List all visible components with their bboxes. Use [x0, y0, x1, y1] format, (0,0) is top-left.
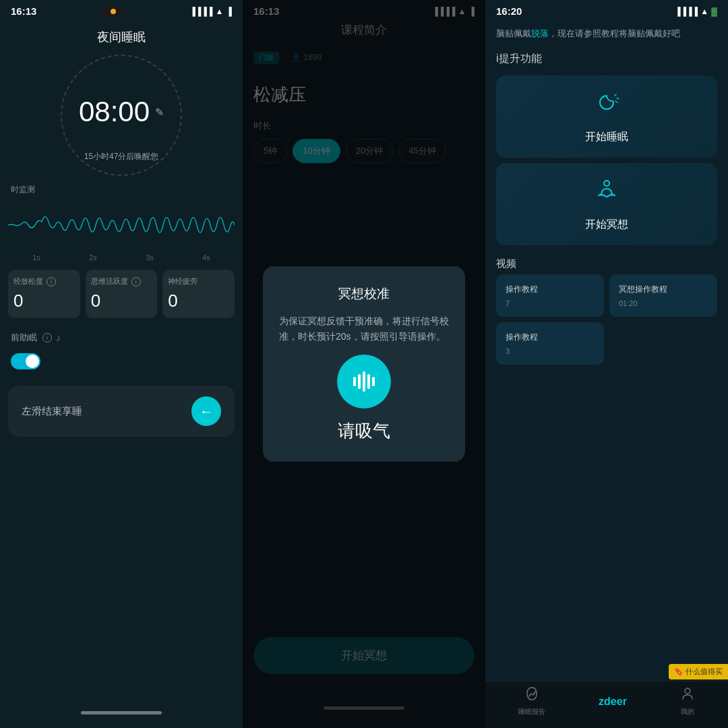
metric-brainwave: 思维活跃度 i 0 [86, 270, 158, 318]
nav-my-label: 我的 [681, 707, 694, 717]
status-icons-3: ▐▐▐▐ ▲ ▓ [675, 7, 717, 16]
svg-point-1 [685, 688, 690, 694]
mic-button[interactable] [337, 355, 391, 408]
battery-icon: ▐ [226, 7, 232, 16]
panel-meditation: 16:13 ▐▐▐▐ ▲ ▐ 课程简介 门级 👤 1899 松减压 时长 5钟 … [243, 0, 485, 728]
device-notice: 脑贴佩戴脱落，现在请参照教程将脑贴佩戴好吧 [485, 22, 728, 45]
dot-indicator [111, 9, 116, 14]
video-title-2: 冥想操作教程 [619, 284, 708, 295]
status-icons-1: ▐▐▐▐ ▲ ▐ [190, 7, 232, 16]
slide-to-end[interactable]: 左滑结束享睡 ← [8, 386, 235, 437]
edit-icon[interactable]: ✎ [155, 106, 164, 119]
status-bar-3: 16:20 ▐▐▐▐ ▲ ▓ [485, 0, 728, 22]
wave-bar-1 [353, 377, 356, 386]
metric-brainwave-value: 0 [91, 291, 152, 311]
metric-fatigue-value: 0 [168, 291, 229, 311]
slide-end-text: 左滑结束享睡 [22, 405, 82, 418]
calibration-modal: 冥想校准 为保证冥想反馈干预准确，将进行信号校准，时长预计20s，请按照引导语操… [263, 266, 465, 462]
video-section-label: 视频 [485, 251, 728, 274]
info-icon-3[interactable]: i [42, 333, 52, 342]
signal-icon: ▐▐▐▐ [190, 7, 213, 16]
video-title-3: 操作教程 [506, 332, 595, 343]
video-duration-2: 01:20 [619, 299, 708, 307]
waveform [8, 198, 235, 252]
home-indicator-1 [81, 711, 162, 715]
time-2s: 2s [89, 253, 97, 262]
metric-relaxation-value: 0 [13, 291, 75, 311]
sleep-feature-card[interactable]: 开始睡眠 [496, 75, 717, 158]
time-1s: 1s [32, 253, 40, 262]
svg-point-0 [604, 181, 609, 186]
alarm-time-text: 08:00 [79, 96, 150, 128]
moon-icon [593, 89, 620, 122]
status-bar-1: 16:13 ▐▐▐▐ ▲ ▐ [0, 0, 243, 22]
metric-relaxation: 经放松度 i 0 [8, 270, 80, 318]
alarm-time-display[interactable]: 08:00 ✎ [79, 96, 164, 128]
status-time-3: 16:20 [496, 5, 522, 17]
slide-back-button[interactable]: ← [191, 396, 221, 426]
alarm-subtitle: 15小时47分后唤醒您 [61, 151, 182, 162]
video-card-3[interactable]: 操作教程 3 [496, 322, 604, 365]
music-icon: ♪ [56, 332, 61, 343]
sleep-assist-toggle[interactable] [11, 353, 40, 369]
battery-icon-3: ▓ [711, 7, 717, 16]
metric-relaxation-label: 经放松度 i [13, 276, 75, 286]
monitor-label: 时监测 [0, 176, 243, 198]
nav-sleep-report[interactable]: 睡眠报告 [518, 686, 545, 717]
time-3s: 3s [146, 253, 154, 262]
notice-link[interactable]: 脱落 [531, 28, 549, 38]
meditation-feature-label: 开始冥想 [585, 218, 628, 232]
metric-fatigue-label: 神经疲劳 [168, 276, 229, 286]
video-duration-1: 7 [506, 299, 595, 307]
video-card-2[interactable]: 冥想操作教程 01:20 [609, 274, 717, 317]
modal-description: 为保证冥想反馈干预准确，将进行信号校准，时长预计20s，请按照引导语操作。 [279, 313, 449, 344]
video-card-1[interactable]: 操作教程 7 [496, 274, 604, 317]
back-arrow-icon: ← [200, 404, 213, 419]
info-icon-2[interactable]: i [131, 277, 141, 286]
sleep-screen-title: 夜间睡眠 [0, 22, 243, 49]
metric-fatigue: 神经疲劳 0 [162, 270, 235, 318]
sleep-assist-label: 前助眠 [11, 332, 37, 344]
watermark-text: 什么值得买 [686, 667, 723, 677]
modal-cta: 请吸气 [338, 419, 390, 443]
wifi-icon: ▲ [216, 7, 224, 16]
wave-bar-3 [363, 371, 365, 392]
panel-features: 16:20 ▐▐▐▐ ▲ ▓ 脑贴佩戴脱落，现在请参照教程将脑贴佩戴好吧 i提升… [485, 0, 728, 728]
nav-sleep-report-label: 睡眠报告 [518, 707, 545, 717]
sleep-feature-label: 开始睡眠 [585, 130, 628, 144]
info-icon-1[interactable]: i [47, 277, 56, 286]
video-grid: 操作教程 7 冥想操作教程 01:20 操作教程 3 [485, 274, 728, 365]
meditation-feature-card[interactable]: 开始冥想 [496, 163, 717, 245]
mic-wave-animation [353, 371, 375, 392]
nav-my[interactable]: 我的 [680, 686, 695, 717]
signal-icon-3: ▐▐▐▐ [675, 7, 698, 16]
nav-zdeer[interactable]: zdeer [599, 696, 627, 708]
user-icon [680, 686, 695, 704]
wifi-icon-3: ▲ [700, 7, 708, 16]
modal-overlay: 冥想校准 为保证冥想反馈干预准确，将进行信号校准，时长预计20s，请按照引导语操… [243, 0, 485, 728]
status-time-1: 16:13 [11, 5, 36, 17]
zdeer-logo: zdeer [599, 696, 627, 708]
wave-bar-4 [367, 374, 370, 389]
video-duration-3: 3 [506, 347, 595, 355]
time-axis: 1s 2s 3s 4s [0, 252, 243, 263]
dynamic-island [101, 6, 125, 17]
watermark-icon: 🔖 [674, 667, 684, 676]
metric-brainwave-label: 思维活跃度 i [91, 276, 152, 286]
meditation-icon [593, 177, 620, 210]
time-4s: 4s [202, 253, 210, 262]
wave-bar-5 [372, 377, 375, 386]
sleep-report-icon [524, 686, 539, 704]
wave-bar-2 [358, 374, 361, 389]
alarm-clock[interactable]: 08:00 ✎ 15小时47分后唤醒您 [61, 55, 182, 176]
modal-title: 冥想校准 [338, 285, 390, 303]
feature-section-label: i提升功能 [485, 45, 728, 70]
sleep-assist-row: 前助眠 i ♪ [0, 325, 243, 351]
video-title-1: 操作教程 [506, 284, 595, 295]
watermark: 🔖 什么值得买 [669, 664, 728, 679]
bottom-nav-3: 睡眠报告 zdeer 我的 [485, 681, 728, 728]
panel-night-sleep: 16:13 ▐▐▐▐ ▲ ▐ 夜间睡眠 08:00 ✎ 15小时47分后唤醒您 … [0, 0, 243, 728]
metrics-grid: 经放松度 i 0 思维活跃度 i 0 神经疲劳 0 [0, 263, 243, 325]
